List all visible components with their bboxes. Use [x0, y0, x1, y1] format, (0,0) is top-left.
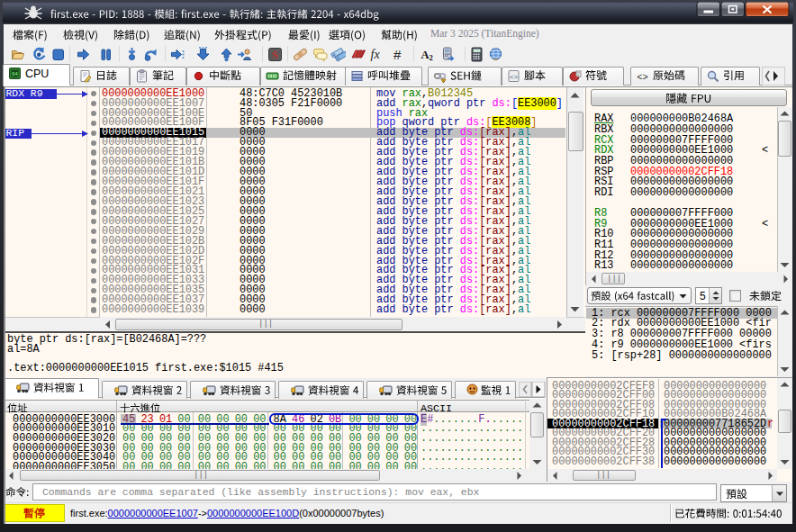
- svg-text:64: 64: [12, 71, 18, 77]
- svg-text:<>: <>: [510, 73, 519, 81]
- svg-text:A: A: [421, 49, 430, 61]
- svg-text:#: #: [393, 47, 402, 62]
- svg-text:S: S: [272, 49, 278, 61]
- svg-text:!: !: [443, 79, 444, 83]
- svg-text:2: 2: [430, 53, 433, 62]
- svg-text:fx: fx: [371, 48, 381, 61]
- svg-text:<>: <>: [637, 72, 648, 83]
